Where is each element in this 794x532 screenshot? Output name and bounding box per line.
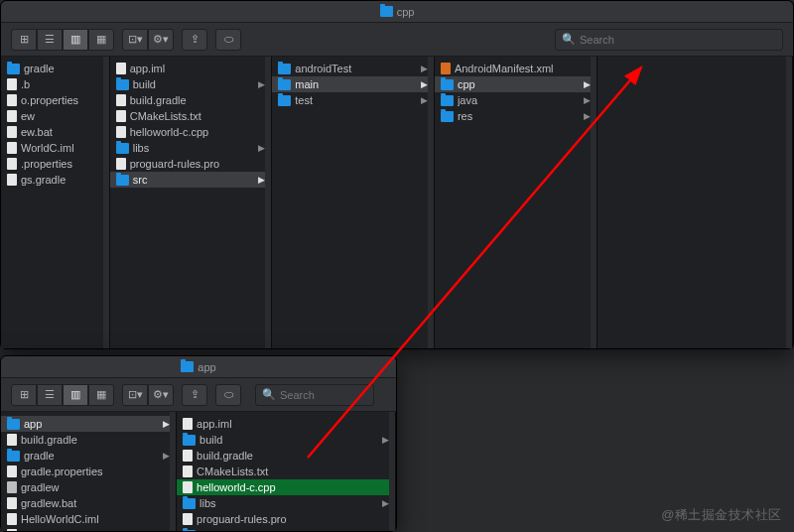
file-icon [7,434,17,446]
item-label: WorldC.iml [21,142,103,154]
tags-button[interactable]: ⬭ [215,29,241,51]
item-label: main [295,78,417,90]
chevron-right-icon: ▶ [421,79,428,89]
list-item[interactable]: build▶ [110,76,272,92]
file-icon [7,158,17,170]
list-item[interactable]: res▶ [435,108,596,124]
share-button[interactable]: ⇪ [182,384,207,406]
list-item[interactable]: libs▶ [177,495,395,511]
list-item[interactable]: .b [1,76,109,92]
list-item[interactable]: gradlew.bat [1,495,176,511]
view-columns-button[interactable]: ▥ [63,29,88,51]
list-item[interactable]: gradle▶ [1,448,176,464]
list-item[interactable]: java▶ [435,92,596,108]
list-item[interactable]: src▶ [110,172,272,188]
file-icon [7,497,17,509]
list-item[interactable]: ew [1,108,109,124]
column[interactable]: gradle.bo.propertiesewew.batWorldC.iml.p… [1,57,110,348]
view-mode-group: ⊞ ☰ ▥ ▦ [11,29,114,51]
search-field[interactable]: 🔍 [555,29,783,51]
view-icons-button[interactable]: ⊞ [11,384,37,406]
list-item[interactable]: CMakeLists.txt [177,464,395,479]
xml-file-icon [441,63,451,74]
list-item[interactable]: build.gradle [1,432,176,448]
list-item[interactable]: androidTest▶ [272,61,434,76]
file-icon [183,513,193,525]
item-label: gradle [24,450,159,462]
list-item[interactable]: cpp▶ [435,76,596,92]
arrange-button[interactable]: ⊡▾ [122,29,148,51]
toolbar: ⊞ ☰ ▥ ▦ ⊡▾ ⚙▾ ⇪ ⬭ 🔍 [1,23,793,57]
list-item[interactable]: app.iml [177,416,395,432]
list-item[interactable]: build▶ [177,432,395,448]
view-gallery-button[interactable]: ▦ [88,384,114,406]
file-icon [116,126,126,138]
column[interactable]: androidTest▶main▶test▶ [272,57,435,348]
folder-icon [278,79,291,90]
file-icon [7,126,17,138]
list-item[interactable]: proguard-rules.pro [110,156,272,172]
list-item[interactable]: helloworld-c.cpp [110,124,272,140]
list-item[interactable]: AndroidManifest.xml [435,61,596,76]
list-item[interactable]: HelloWorldC.iml [1,511,176,527]
search-input[interactable] [580,34,776,46]
chevron-right-icon: ▶ [258,175,265,185]
view-list-button[interactable]: ☰ [37,29,63,51]
view-columns-button[interactable]: ▥ [63,384,88,406]
list-item[interactable]: app▶ [1,416,176,432]
file-icon [183,481,193,493]
arrange-button[interactable]: ⊡▾ [122,384,148,406]
list-item[interactable]: WorldC.iml [1,140,109,156]
list-item[interactable]: gs.gradle [1,172,109,188]
list-item[interactable]: local.properties [1,527,176,531]
list-item[interactable]: CMakeLists.txt [110,108,272,124]
item-label: build [199,434,378,446]
view-icons-button[interactable]: ⊞ [11,29,37,51]
list-item[interactable]: proguard-rules.pro [177,511,395,527]
list-item[interactable]: build.gradle [177,448,395,464]
item-label: o.properties [21,94,103,106]
column[interactable]: app.imlbuild▶build.gradleCMakeLists.txth… [110,57,273,348]
chevron-right-icon: ▶ [163,419,170,429]
search-input[interactable] [280,389,367,401]
list-item[interactable]: o.properties [1,92,109,108]
toolbar: ⊞ ☰ ▥ ▦ ⊡▾ ⚙▾ ⇪ ⬭ 🔍 [1,378,396,412]
column[interactable]: app.imlbuild▶build.gradleCMakeLists.txth… [177,412,396,531]
search-icon: 🔍 [562,33,576,46]
list-item[interactable]: src▶ [177,527,395,531]
list-item[interactable]: gradle.properties [1,464,176,479]
titlebar[interactable]: app [1,356,396,378]
list-item[interactable]: libs▶ [110,140,272,156]
list-item[interactable]: build.gradle [110,92,272,108]
column[interactable]: AndroidManifest.xmlcpp▶java▶res▶ [435,57,597,348]
list-item[interactable]: app.iml [110,61,272,76]
list-item[interactable]: gradle [1,61,109,76]
view-gallery-button[interactable]: ▦ [88,29,114,51]
list-item[interactable]: test▶ [272,92,434,108]
item-label: helloworld-c.cpp [197,481,389,493]
column[interactable]: app▶build.gradlegradle▶gradle.properties… [1,412,177,531]
item-label: libs [199,497,378,509]
tags-button[interactable]: ⬭ [215,384,241,406]
titlebar[interactable]: cpp [1,1,793,23]
list-item[interactable]: .properties [1,156,109,172]
action-button[interactable]: ⚙▾ [148,29,174,51]
list-item[interactable]: ew.bat [1,124,109,140]
item-label: app.iml [130,63,266,74]
view-list-button[interactable]: ☰ [37,384,63,406]
window-title: app [198,361,215,373]
column[interactable] [597,57,794,348]
share-button[interactable]: ⇪ [182,29,207,51]
list-item[interactable]: helloworld-c.cpp [177,479,395,495]
search-field[interactable]: 🔍 [255,384,374,406]
item-label: ew.bat [21,126,103,138]
list-item[interactable]: main▶ [272,76,434,92]
item-label: gradlew [21,481,170,493]
list-item[interactable]: gradlew [1,479,176,495]
folder-icon [441,79,454,90]
folder-icon [278,64,291,74]
action-button[interactable]: ⚙▾ [148,384,174,406]
item-label: .properties [21,158,103,170]
finder-window-cpp: cpp ⊞ ☰ ▥ ▦ ⊡▾ ⚙▾ ⇪ ⬭ 🔍 gradle.bo.proper… [0,0,794,349]
folder-icon [441,111,454,122]
